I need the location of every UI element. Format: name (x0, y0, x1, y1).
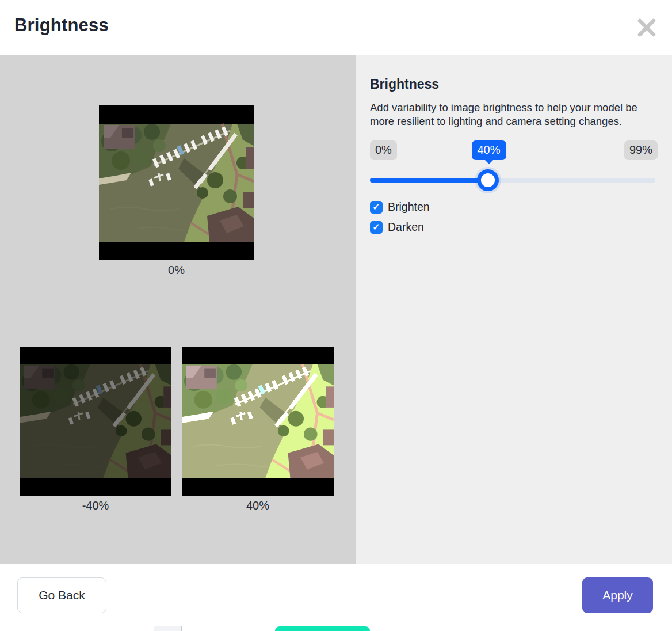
preview-caption-brightened: 40% (182, 499, 334, 512)
brighten-checkbox[interactable]: ✓ (370, 201, 383, 214)
preview-caption-original: 0% (99, 264, 254, 277)
settings-panel: Brightness Add variability to image brig… (356, 55, 672, 564)
preview-original: 0% (99, 105, 254, 277)
settings-description: Add variability to image brightness to h… (370, 101, 658, 128)
darken-checkbox[interactable]: ✓ (370, 221, 383, 234)
slider-fill (370, 178, 488, 183)
dialog-title: Brightness (14, 15, 109, 36)
dialog-header: Brightness (0, 0, 672, 55)
aerial-image-brightened (182, 347, 334, 496)
go-back-button[interactable]: Go Back (17, 577, 106, 613)
slider-min-label: 0% (370, 140, 397, 160)
slider-handle[interactable] (477, 169, 499, 191)
dialog-body: 0% -40% 40% Brightness Add variability t… (0, 55, 672, 564)
brighten-checkbox-row[interactable]: ✓ Brighten (370, 200, 658, 214)
slider-value-badge: 40% (471, 140, 506, 160)
background-page-thumbnail-peek (154, 626, 182, 631)
darken-checkbox-label: Darken (388, 221, 424, 234)
preview-darkened: -40% (20, 347, 171, 512)
slider-labels: 0% 40% 99% (370, 140, 658, 161)
background-page-teal-button-peek (275, 626, 370, 631)
brightness-slider[interactable] (370, 169, 655, 191)
close-icon (635, 16, 658, 39)
slider-max-label: 99% (624, 140, 658, 160)
preview-brightened: 40% (182, 347, 334, 512)
brighten-checkbox-label: Brighten (388, 200, 430, 214)
aerial-image-original (99, 105, 254, 260)
brightness-dialog: Brightness (0, 0, 672, 631)
close-button[interactable] (635, 16, 658, 39)
dialog-footer: Go Back Apply (0, 564, 672, 631)
darken-checkbox-row[interactable]: ✓ Darken (370, 221, 658, 234)
aerial-image-darkened (20, 347, 171, 496)
checkbox-group: ✓ Brighten ✓ Darken (370, 200, 658, 234)
preview-panel: 0% -40% 40% (0, 55, 356, 564)
apply-button[interactable]: Apply (582, 577, 653, 613)
preview-caption-darkened: -40% (20, 499, 171, 512)
settings-title: Brightness (370, 77, 658, 92)
